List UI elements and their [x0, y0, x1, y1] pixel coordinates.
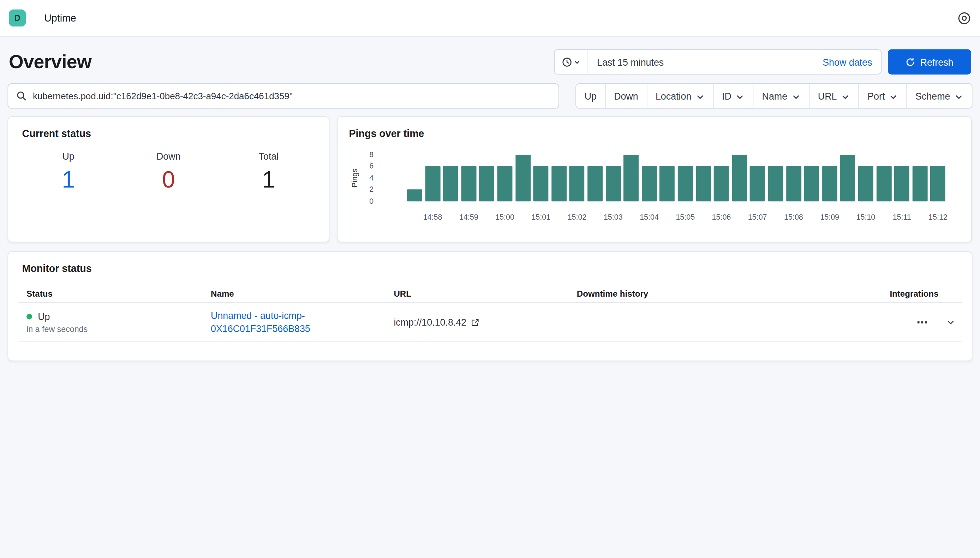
x-tick-label: 15:08 [778, 213, 809, 222]
monitor-name-link[interactable]: Unnamed - auto-icmp-0X16C01F31F566B835 [211, 309, 346, 335]
refresh-icon [905, 57, 915, 67]
page-title: Overview [9, 51, 92, 73]
status-stats: Up1Down0Total1 [18, 151, 319, 193]
monitor-status-title: Monitor status [22, 263, 962, 274]
chart-bar [587, 166, 603, 201]
column-header-integrations: Integrations [890, 289, 967, 299]
status-duration: in a few seconds [26, 324, 211, 334]
chart-bar [623, 154, 639, 201]
chart-bar [479, 166, 494, 201]
chart-bar [605, 166, 621, 201]
x-tick-label: 14:58 [417, 213, 448, 222]
chart-bar [696, 166, 711, 201]
chart-bar [443, 166, 458, 201]
chart-bar [768, 166, 783, 201]
main-content: Overview [0, 37, 980, 361]
filter-location[interactable]: Location [646, 84, 713, 108]
quick-select-button[interactable] [555, 50, 587, 74]
filter-group: UpDownLocationIDNameURLPortScheme [576, 83, 972, 109]
search-bar [7, 83, 559, 109]
stat-label: Down [118, 151, 219, 161]
expand-row-button[interactable] [945, 317, 957, 328]
chart-bar [858, 166, 874, 201]
column-header-status: Status [18, 289, 211, 299]
y-tick-label: 4 [348, 173, 373, 183]
x-tick-label: 15:11 [886, 213, 918, 222]
filter-port[interactable]: Port [859, 84, 906, 108]
pings-over-time-panel: Pings over time Pings 02468 14:5814:5915… [337, 116, 972, 243]
refresh-label: Refresh [920, 56, 954, 67]
chevron-down-icon [954, 92, 964, 101]
chart-bar [551, 166, 567, 201]
table-row: Upin a few secondsUnnamed - auto-icmp-0X… [18, 303, 962, 342]
chart-bar [515, 154, 531, 201]
chart-bar [912, 166, 928, 201]
monitor-status-panel: Monitor status StatusNameURLDowntime his… [7, 251, 972, 361]
chart-bar [497, 166, 512, 201]
chart-bar [786, 166, 802, 201]
actions-menu-button[interactable] [916, 316, 929, 329]
date-range-value[interactable]: Last 15 minutes [587, 56, 814, 67]
filter-label: URL [818, 91, 837, 101]
monitor-table: StatusNameURLDowntime historyIntegration… [18, 286, 962, 342]
x-tick-label: 15:02 [561, 213, 593, 222]
chart-bar [678, 166, 693, 201]
chart-bar [533, 166, 549, 201]
x-tick-label: 15:00 [489, 213, 520, 222]
filter-label: Name [762, 91, 788, 101]
chart-bar [660, 166, 675, 201]
date-picker: Last 15 minutes Show dates [554, 49, 882, 74]
chevron-down-icon [695, 92, 705, 101]
x-tick-label: 15:05 [670, 213, 701, 222]
y-tick-label: 6 [348, 161, 373, 171]
page-header: Overview [7, 37, 972, 74]
status-up-dot [26, 313, 32, 319]
column-header-downtime-history: Downtime history [577, 289, 890, 299]
chart-bar [714, 166, 729, 201]
column-header-name: Name [211, 289, 394, 299]
y-tick-label: 8 [348, 149, 373, 160]
stat-value: 0 [118, 167, 219, 193]
status-text: Up [38, 311, 50, 322]
chart-bar [407, 190, 422, 201]
stat-down: Down0 [118, 151, 219, 193]
user-menu-icon[interactable] [957, 11, 971, 25]
filter-url[interactable]: URL [809, 84, 858, 108]
space-avatar[interactable]: D [9, 10, 26, 26]
stat-value: 1 [219, 167, 319, 193]
x-tick-label: 15:01 [525, 213, 557, 222]
filter-name[interactable]: Name [753, 84, 809, 108]
stat-total: Total1 [219, 151, 319, 193]
chart-bar [569, 166, 585, 201]
filter-label: Scheme [915, 91, 950, 101]
filter-label: ID [722, 91, 731, 101]
y-tick-label: 2 [348, 185, 373, 195]
x-tick-label: 15:07 [742, 213, 773, 222]
filter-scheme[interactable]: Scheme [906, 84, 972, 108]
refresh-button[interactable]: Refresh [888, 49, 971, 74]
chevron-down-icon [735, 92, 745, 101]
stat-value: 1 [18, 167, 119, 193]
clock-icon [561, 56, 572, 67]
filter-down[interactable]: Down [605, 84, 647, 108]
current-status-title: Current status [22, 128, 319, 140]
external-link-icon[interactable] [471, 318, 480, 327]
x-tick-label: 15:12 [922, 213, 954, 222]
search-input[interactable] [33, 91, 551, 101]
chevron-down-icon [888, 92, 898, 101]
chart-bar [804, 166, 820, 201]
filter-label: Location [656, 91, 691, 101]
x-tick-label: 15:10 [850, 213, 882, 222]
chart-bar [930, 166, 946, 201]
chart-bar [732, 154, 747, 201]
topbar: D Uptime [0, 0, 980, 37]
chart-bar [425, 166, 440, 201]
current-status-panel: Current status Up1Down0Total1 [7, 116, 329, 243]
filter-id[interactable]: ID [713, 84, 753, 108]
x-tick-label: 15:06 [706, 213, 737, 222]
x-tick-label: 15:04 [633, 213, 665, 222]
show-dates-button[interactable]: Show dates [814, 56, 881, 67]
filter-up[interactable]: Up [576, 84, 605, 108]
pings-bar-chart: Pings 02468 14:5814:5915:0015:0115:0215:… [348, 151, 961, 227]
chevron-down-icon [841, 92, 850, 101]
